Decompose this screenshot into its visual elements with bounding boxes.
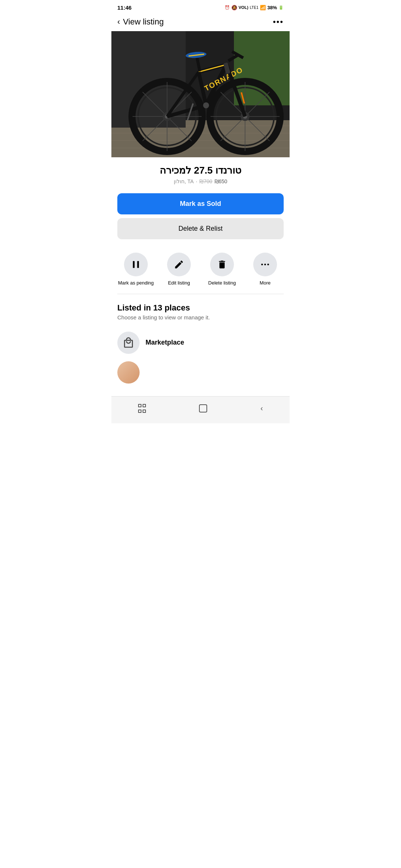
marketplace-item[interactable]: Marketplace <box>117 328 284 358</box>
status-time: 11:46 <box>117 4 131 11</box>
mark-as-sold-button[interactable]: Mark as Sold <box>117 193 284 214</box>
marketplace-icon <box>123 337 134 349</box>
bike-illustration: TORNADO <box>111 31 290 157</box>
svg-point-47 <box>261 264 263 266</box>
section-divider <box>117 294 284 294</box>
alarm-icon: ⏰ <box>225 5 230 10</box>
back-button[interactable]: ‹ View listing <box>117 17 164 27</box>
more-action[interactable]: More <box>244 253 287 286</box>
svg-point-49 <box>267 264 269 266</box>
delete-relist-button[interactable]: Delete & Relist <box>117 218 284 239</box>
edit-listing-action[interactable]: Edit listing <box>157 253 200 286</box>
marketplace-avatar <box>117 332 140 354</box>
more-icon <box>260 259 270 270</box>
battery-icon: 🔋 <box>278 5 284 10</box>
more-options-button[interactable]: ••• <box>273 17 284 27</box>
network-label: VOL) <box>239 5 248 10</box>
svg-rect-46 <box>137 261 139 268</box>
trash-icon <box>217 259 227 270</box>
trash-icon-circle <box>210 253 234 276</box>
mute-icon: 🔕 <box>231 5 237 10</box>
lte-label: LTE1 <box>250 6 258 10</box>
signal-icon: 📶 <box>260 5 266 10</box>
product-title: טורנדו 27.5 למכירה <box>120 165 281 176</box>
bottom-nav: ‹ <box>111 396 290 423</box>
svg-rect-45 <box>133 261 135 268</box>
mark-pending-action[interactable]: Mark as pending <box>114 253 157 286</box>
price-current: ₪650 <box>215 178 227 184</box>
mark-pending-label: Mark as pending <box>118 280 154 286</box>
action-buttons: Mark as Sold Delete & Relist <box>111 190 290 245</box>
home-button[interactable] <box>190 401 216 415</box>
nav-header: ‹ View listing ••• <box>111 13 290 31</box>
edit-icon <box>174 259 184 270</box>
edit-listing-label: Edit listing <box>168 280 190 286</box>
bike-background: TORNADO <box>111 31 290 157</box>
group-avatar-partial <box>117 361 140 384</box>
marketplace-label: Marketplace <box>146 339 184 346</box>
listed-section: Listed in 13 places Choose a listing to … <box>111 296 290 393</box>
listed-title: Listed in 13 places <box>117 303 284 313</box>
price-original: ₪700 <box>199 178 212 184</box>
back-arrow-icon: ‹ <box>117 18 120 26</box>
svg-point-43 <box>203 102 209 108</box>
edit-icon-circle <box>167 253 191 276</box>
back-nav-button[interactable]: ‹ <box>252 401 272 415</box>
status-bar: 11:46 ⏰ 🔕 VOL) LTE1 📶 38% 🔋 <box>111 0 290 13</box>
more-label: More <box>260 280 271 286</box>
svg-point-48 <box>264 264 266 266</box>
product-info: טורנדו 27.5 למכירה חולון, TA · ₪700 ₪650 <box>111 157 290 190</box>
delete-listing-action[interactable]: Delete listing <box>200 253 244 286</box>
delete-listing-label: Delete listing <box>208 280 236 286</box>
product-image: TORNADO <box>111 31 290 157</box>
recent-apps-button[interactable] <box>129 401 155 416</box>
page-title: View listing <box>123 17 164 27</box>
back-nav-icon: ‹ <box>261 404 263 412</box>
more-icon-circle <box>253 253 277 276</box>
icon-actions-row: Mark as pending Edit listing Delete list… <box>111 245 290 292</box>
product-location: חולון, TA <box>174 178 194 184</box>
product-meta: חולון, TA · ₪700 ₪650 <box>120 178 281 184</box>
recent-apps-icon <box>138 404 146 413</box>
meta-separator: · <box>196 178 198 184</box>
pause-icon <box>131 259 141 270</box>
status-icons: ⏰ 🔕 VOL) LTE1 📶 38% 🔋 <box>225 5 284 10</box>
marketplace-item-partial[interactable] <box>117 358 284 387</box>
pause-icon-circle <box>124 253 148 276</box>
home-icon <box>199 404 207 412</box>
listed-subtitle: Choose a listing to view or manage it. <box>117 314 284 320</box>
battery-label: 38% <box>267 5 277 10</box>
